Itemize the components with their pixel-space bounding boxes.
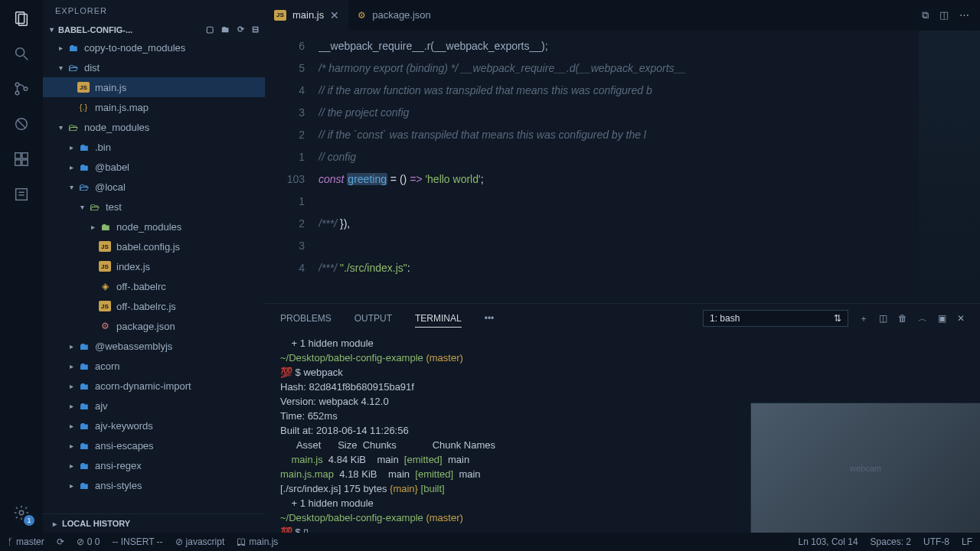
more-icon[interactable]: ⋯ — [959, 9, 969, 21]
tree-item-label: test — [106, 201, 122, 213]
eol[interactable]: LF — [962, 536, 972, 547]
terminal-select[interactable]: 1: bash⇅ — [703, 310, 848, 327]
sidebar-project-header[interactable]: ▾ BABEL-CONFIG-... ▢ 🖿 ⟳ ⊟ — [43, 21, 265, 37]
tree-item-label: main.js — [95, 82, 126, 93]
tree-folder[interactable]: ▸🖿ansi-escapes — [43, 435, 265, 455]
source-control-icon[interactable] — [11, 78, 32, 99]
kill-terminal-icon[interactable]: 🗑 — [898, 313, 907, 324]
vim-mode: -- INSERT -- — [112, 536, 162, 547]
tree-item-label: acorn — [95, 360, 120, 372]
indentation[interactable]: Spaces: 2 — [871, 536, 911, 547]
debug-icon[interactable] — [11, 113, 32, 135]
svg-line-8 — [18, 120, 26, 129]
new-terminal-icon[interactable]: ＋ — [859, 312, 868, 325]
errors-warnings[interactable]: ⊘ 0 0 — [77, 536, 100, 547]
tree-item-label: .bin — [95, 142, 111, 153]
activity-bar: 1 — [0, 0, 43, 533]
minimap[interactable] — [919, 31, 980, 303]
tree-item-label: off-.babelrc.js — [116, 301, 176, 312]
tree-file[interactable]: JSbabel.config.js — [43, 236, 265, 256]
tab-terminal[interactable]: TERMINAL — [415, 310, 462, 328]
close-panel-icon[interactable]: ✕ — [957, 313, 965, 324]
tree-folder[interactable]: ▸🖿@babel — [43, 157, 265, 177]
sidebar: EXPLORER ▾ BABEL-CONFIG-... ▢ 🖿 ⟳ ⊟ ▸🖿co… — [43, 0, 265, 533]
tree-file[interactable]: {.}main.js.map — [43, 97, 265, 117]
editor-tab[interactable]: JSmain.js✕ — [265, 0, 348, 31]
tree-folder[interactable]: ▾🗁dist — [43, 57, 265, 77]
tree-item-label: ansi-styles — [95, 480, 142, 491]
new-folder-icon[interactable]: 🖿 — [221, 24, 230, 34]
tree-folder[interactable]: ▸🖿copy-to-node_modules — [43, 37, 265, 57]
tree-file[interactable]: ◈off-.babelrc — [43, 276, 265, 296]
compare-icon[interactable]: ⧉ — [922, 9, 929, 21]
language-mode[interactable]: ⊘ javascript — [175, 536, 225, 547]
tree-folder[interactable]: ▸🖿ajv-keywords — [43, 416, 265, 435]
tree-item-label: node_modules — [84, 122, 149, 133]
encoding[interactable]: UTF-8 — [923, 536, 949, 547]
split-icon[interactable]: ◫ — [939, 9, 949, 21]
webcam-overlay: webcam — [750, 403, 980, 533]
toggle-panel-icon[interactable]: ▣ — [938, 313, 946, 324]
svg-rect-12 — [22, 160, 28, 165]
settings-icon[interactable]: 1 — [11, 502, 32, 523]
new-file-icon[interactable]: ▢ — [206, 24, 214, 34]
explorer-actions: ▢ 🖿 ⟳ ⊟ — [206, 24, 259, 34]
tree-item-label: ansi-regex — [95, 460, 142, 471]
tree-item-label: @webassemblyjs — [95, 341, 172, 352]
code-editor[interactable]: 6543211031234 __webpack_require__.r(__we… — [265, 31, 980, 303]
tree-folder[interactable]: ▸🖿ansi-regex — [43, 455, 265, 475]
tree-folder[interactable]: ▸🖿acorn-dynamic-import — [43, 376, 265, 396]
tree-folder[interactable]: ▸🖿ansi-styles — [43, 475, 265, 495]
tree-folder[interactable]: ▸🖿@webassemblyjs — [43, 336, 265, 356]
tree-folder[interactable]: ▾🗁node_modules — [43, 117, 265, 137]
tree-item-label: package.json — [116, 321, 175, 332]
tree-item-label: @babel — [95, 161, 129, 173]
file-path[interactable]: 🕮 main.js — [237, 536, 278, 547]
extensions-icon[interactable] — [11, 148, 32, 170]
refresh-icon[interactable]: ⟳ — [237, 24, 244, 34]
tree-item-label: ansi-escapes — [95, 440, 154, 452]
tree-file[interactable]: JSmain.js — [43, 77, 265, 97]
search-icon[interactable] — [11, 43, 32, 64]
cursor-position[interactable]: Ln 103, Col 14 — [799, 536, 858, 547]
tree-item-label: acorn-dynamic-import — [95, 380, 191, 392]
svg-rect-11 — [15, 160, 21, 165]
tree-item-label: copy-to-node_modules — [84, 42, 185, 54]
file-tree: ▸🖿copy-to-node_modules▾🗁distJSmain.js{.}… — [43, 37, 265, 514]
tree-item-label: @local — [95, 181, 126, 193]
svg-rect-13 — [16, 189, 28, 201]
split-terminal-icon[interactable]: ◫ — [879, 313, 887, 324]
editor-tabs: JSmain.js✕⚙package.json ⧉ ◫ ⋯ — [265, 0, 980, 31]
editor-actions: ⧉ ◫ ⋯ — [922, 9, 980, 21]
tree-file[interactable]: JSindex.js — [43, 256, 265, 276]
outline-icon[interactable] — [11, 184, 32, 205]
sync-icon[interactable]: ⟳ — [57, 536, 64, 547]
tree-file[interactable]: ⚙package.json — [43, 316, 265, 336]
close-tab-icon[interactable]: ✕ — [330, 9, 339, 21]
editor-tab[interactable]: ⚙package.json — [348, 0, 440, 31]
tree-item-label: index.js — [116, 261, 150, 272]
explorer-icon[interactable] — [11, 8, 32, 29]
svg-point-4 — [15, 83, 19, 86]
statusbar: ᚶ master ⟳ ⊘ 0 0 -- INSERT -- ⊘ javascri… — [0, 533, 980, 551]
tree-folder[interactable]: ▸🖿acorn — [43, 356, 265, 376]
tab-output[interactable]: OUTPUT — [354, 310, 392, 327]
svg-rect-10 — [22, 153, 28, 158]
tree-folder[interactable]: ▸🖿ajv — [43, 396, 265, 416]
tree-item-label: ajv — [95, 400, 108, 412]
tree-folder[interactable]: ▾🗁test — [43, 197, 265, 217]
collapse-icon[interactable]: ⊟ — [252, 24, 259, 34]
tab-problems[interactable]: PROBLEMS — [280, 310, 332, 327]
tree-file[interactable]: JSoff-.babelrc.js — [43, 296, 265, 316]
tree-item-label: dist — [84, 62, 100, 73]
local-history-section[interactable]: ▸ LOCAL HISTORY — [43, 514, 265, 533]
tree-folder[interactable]: ▸🖿.bin — [43, 137, 265, 157]
maximize-icon[interactable]: ︿ — [918, 312, 927, 325]
git-branch[interactable]: ᚶ master — [8, 536, 44, 547]
svg-point-5 — [15, 91, 19, 95]
settings-badge: 1 — [24, 515, 34, 526]
svg-rect-9 — [15, 153, 21, 158]
tree-folder[interactable]: ▾🗁@local — [43, 177, 265, 197]
panel-more-icon[interactable]: ••• — [485, 313, 495, 324]
tree-folder[interactable]: ▸🖿node_modules — [43, 217, 265, 236]
